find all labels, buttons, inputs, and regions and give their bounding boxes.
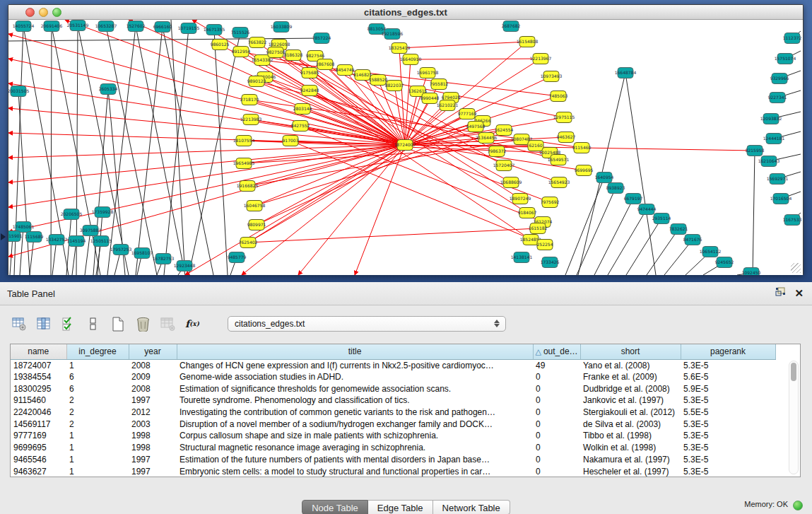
graph-node[interactable]: 14055724: [13, 21, 35, 32]
show-columns-icon[interactable]: [36, 315, 52, 332]
graph-node[interactable]: 16782753: [153, 254, 175, 264]
graph-node[interactable]: 3915901: [8, 231, 23, 242]
graph-node[interactable]: 9860125: [211, 40, 230, 50]
graph-node[interactable]: 16958107: [131, 248, 153, 259]
graph-node[interactable]: 15692971: [767, 174, 789, 185]
citation-edge-red[interactable]: [8, 83, 405, 145]
column-header-short[interactable]: short: [580, 344, 681, 359]
table-cell[interactable]: 1997: [129, 465, 177, 477]
graph-node[interactable]: 7955812: [430, 79, 449, 90]
citation-edge-black[interactable]: [30, 237, 34, 275]
table-row[interactable]: 977716911998Corpus callosum shape and si…: [11, 430, 775, 442]
table-row[interactable]: 1938455462009Genome-wide association stu…: [11, 371, 775, 383]
column-header-pagerank[interactable]: pagerank: [681, 344, 775, 359]
panel-collapse-arrow-icon[interactable]: [1, 233, 6, 240]
create-column-icon[interactable]: [110, 315, 126, 332]
citation-edge-black[interactable]: [189, 33, 240, 275]
graph-node[interactable]: 9485779: [228, 252, 247, 263]
graph-node[interactable]: 7625402: [239, 238, 258, 248]
table-cell[interactable]: 2008: [129, 382, 177, 395]
table-cell[interactable]: 18724007: [11, 359, 66, 371]
table-cell[interactable]: 2012: [129, 407, 177, 419]
table-cell[interactable]: Nakamura et al. (1997): [580, 454, 681, 466]
graph-node[interactable]: 10719155: [178, 23, 200, 34]
column-header-name[interactable]: name: [11, 344, 66, 359]
column-header-indegree[interactable]: in_degree: [66, 344, 129, 359]
citation-edge-red[interactable]: [298, 145, 405, 275]
graph-node[interactable]: 16210643: [758, 156, 780, 167]
graph-node[interactable]: 30975887: [80, 226, 102, 236]
citation-edge-black[interactable]: [647, 229, 678, 275]
graph-node[interactable]: 17957253: [110, 245, 132, 255]
citation-edge-red[interactable]: [399, 42, 527, 48]
table-cell[interactable]: 49: [533, 359, 580, 371]
graph-node[interactable]: 16640910: [400, 54, 422, 65]
table-cell[interactable]: Yano et al. (2008): [580, 359, 681, 371]
close-panel-icon[interactable]: ✕: [794, 287, 804, 300]
graph-node[interactable]: 18907249: [510, 194, 531, 204]
graph-node[interactable]: 16961758: [417, 68, 439, 78]
citation-edge-black[interactable]: [625, 73, 656, 275]
select-rows-icon[interactable]: [61, 315, 76, 332]
graph-node[interactable]: 18724007: [394, 140, 416, 151]
table-cell[interactable]: Hescheler et al. (1997): [580, 465, 681, 477]
graph-node[interactable]: 17016504: [770, 194, 792, 204]
graph-node[interactable]: 8215958: [746, 146, 765, 156]
table-cell[interactable]: 9777169: [11, 430, 66, 442]
graph-node[interactable]: 2687682: [502, 21, 521, 32]
table-row[interactable]: 946554611997Estimation of the future num…: [11, 454, 775, 466]
graph-node[interactable]: 8938923: [606, 183, 625, 194]
table-cell[interactable]: 1: [66, 442, 129, 454]
citation-edge-black[interactable]: [18, 91, 30, 275]
table-cell[interactable]: 9115460: [11, 395, 66, 407]
graph-node[interactable]: 1615182: [529, 223, 548, 234]
graph-node[interactable]: 2718170: [240, 95, 259, 105]
graph-node[interactable]: 8822037: [385, 81, 404, 91]
graph-node[interactable]: 1115689: [25, 232, 44, 243]
table-cell[interactable]: 2: [66, 418, 129, 430]
table-scrollbar-thumb[interactable]: [791, 363, 796, 381]
table-cell[interactable]: 1: [66, 465, 129, 477]
graph-node[interactable]: 16033809: [271, 22, 293, 33]
table-cell[interactable]: Estimation of significance thresholds fo…: [177, 382, 533, 395]
citation-edge-black[interactable]: [594, 199, 633, 275]
table-cell[interactable]: 0: [533, 395, 580, 407]
graph-node[interactable]: 9463627: [557, 132, 576, 143]
graph-node[interactable]: 19218596: [382, 29, 404, 40]
graph-node[interactable]: 9474444: [637, 204, 657, 215]
table-mode-icon[interactable]: [11, 315, 27, 332]
graph-node[interactable]: 6679197: [624, 194, 643, 204]
graph-node[interactable]: 16648784: [615, 68, 637, 78]
table-cell[interactable]: 1998: [129, 442, 177, 454]
table-cell[interactable]: 0: [533, 371, 580, 383]
graph-node[interactable]: 18325419: [389, 43, 411, 54]
citation-edge-black[interactable]: [163, 27, 213, 275]
graph-node[interactable]: 12505115: [90, 236, 112, 247]
table-cell[interactable]: 1997: [129, 395, 177, 407]
graph-node[interactable]: 10973493: [541, 71, 563, 82]
table-cell[interactable]: 1: [66, 454, 129, 466]
column-header-title[interactable]: title: [177, 344, 533, 359]
graph-node[interactable]: 2803144: [293, 104, 312, 115]
table-cell[interactable]: 19384554: [11, 371, 66, 383]
table-cell[interactable]: 9463627: [11, 465, 66, 477]
graph-node[interactable]: 917003: [283, 136, 299, 146]
graph-node[interactable]: 20206505: [61, 209, 83, 220]
graph-node[interactable]: 7857224: [312, 33, 331, 44]
table-cell[interactable]: Genome-wide association studies in ADHD.: [177, 371, 533, 383]
graph-node[interactable]: 19166825: [237, 181, 259, 192]
table-cell[interactable]: 1997: [129, 454, 177, 466]
table-cell[interactable]: 6: [66, 382, 129, 395]
graph-node[interactable]: 12975115: [553, 112, 575, 123]
graph-node[interactable]: 2935114: [652, 214, 671, 224]
table-cell[interactable]: Disruption of a novel member of a sodium…: [177, 418, 533, 430]
table-cell[interactable]: 2: [66, 395, 129, 407]
graph-node[interactable]: 16046758: [244, 201, 266, 211]
table-cell[interactable]: 14569117: [11, 418, 66, 430]
citation-edge-red[interactable]: [8, 145, 405, 207]
table-cell[interactable]: 0: [533, 407, 580, 419]
citation-edge-red[interactable]: [8, 34, 405, 145]
graph-node[interactable]: 19654985: [233, 158, 255, 169]
citation-edge-black[interactable]: [85, 230, 90, 275]
graph-node[interactable]: 16549571: [548, 155, 570, 165]
